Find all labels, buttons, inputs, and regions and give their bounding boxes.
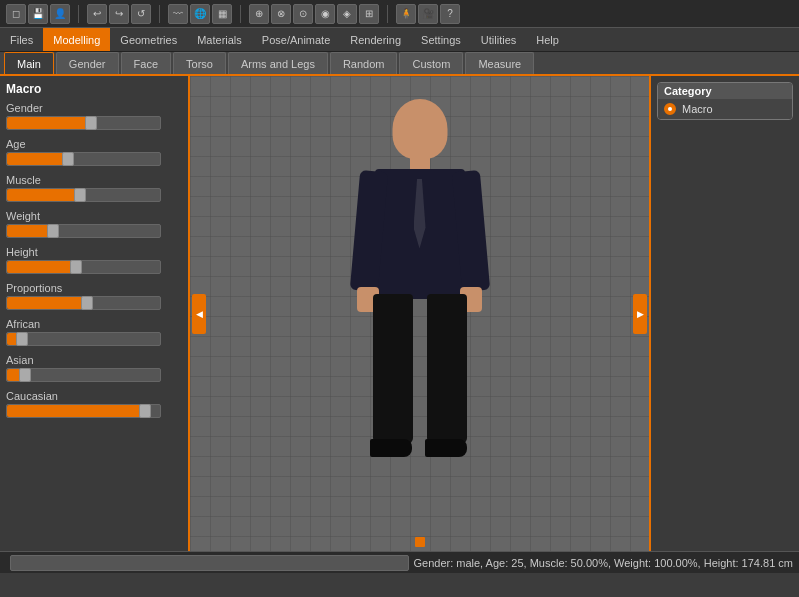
slider-group-gender: Gender <box>6 102 182 130</box>
slider-fill-height <box>7 261 76 273</box>
tab-random[interactable]: Random <box>330 52 398 74</box>
menu-utilities[interactable]: Utilities <box>471 28 526 51</box>
menu-help[interactable]: Help <box>526 28 569 51</box>
viewport-grid <box>190 76 649 551</box>
slider-group-height: Height <box>6 246 182 274</box>
slider-label-height: Height <box>6 246 182 258</box>
slider-thumb-caucasian[interactable] <box>139 404 151 418</box>
menu-rendering[interactable]: Rendering <box>340 28 411 51</box>
slider-group-asian: Asian <box>6 354 182 382</box>
slider-fill-gender <box>7 117 91 129</box>
separator-3 <box>240 5 241 23</box>
tb-icon-tool4[interactable]: ◉ <box>315 4 335 24</box>
tb-icon-tool2[interactable]: ⊗ <box>271 4 291 24</box>
slider-label-proportions: Proportions <box>6 282 182 294</box>
vp-nav-right: ▶ <box>633 294 647 334</box>
slider-track-height[interactable] <box>6 260 161 274</box>
menu-files[interactable]: Files <box>0 28 43 51</box>
tb-icon-curve[interactable]: 〰 <box>168 4 188 24</box>
char-right-leg <box>427 294 467 444</box>
tab-bar: Main Gender Face Torso Arms and Legs Ran… <box>0 52 799 76</box>
progress-bar <box>10 555 409 571</box>
slider-label-asian: Asian <box>6 354 182 366</box>
tb-icon-save[interactable]: 💾 <box>28 4 48 24</box>
char-head <box>392 99 447 159</box>
slider-fill-proportions <box>7 297 87 309</box>
right-panel: Category Macro <box>649 76 799 551</box>
slider-track-muscle[interactable] <box>6 188 161 202</box>
tb-icon-redo[interactable]: ↪ <box>109 4 129 24</box>
slider-label-gender: Gender <box>6 102 182 114</box>
slider-label-weight: Weight <box>6 210 182 222</box>
tab-gender[interactable]: Gender <box>56 52 119 74</box>
slider-group-age: Age <box>6 138 182 166</box>
menu-settings[interactable]: Settings <box>411 28 471 51</box>
slider-group-weight: Weight <box>6 210 182 238</box>
tb-icon-help[interactable]: ? <box>440 4 460 24</box>
category-macro-label: Macro <box>682 103 713 115</box>
slider-thumb-height[interactable] <box>70 260 82 274</box>
left-panel: Macro GenderAgeMuscleWeightHeightProport… <box>0 76 190 551</box>
vp-nav-left-btn[interactable]: ◀ <box>192 294 206 334</box>
slider-label-caucasian: Caucasian <box>6 390 182 402</box>
category-title: Category <box>658 83 792 99</box>
tab-measure[interactable]: Measure <box>465 52 534 74</box>
slider-track-proportions[interactable] <box>6 296 161 310</box>
title-bar: ◻ 💾 👤 ↩ ↪ ↺ 〰 🌐 ▦ ⊕ ⊗ ⊙ ◉ ◈ ⊞ 🧍 🎥 ? <box>0 0 799 28</box>
tb-icon-window[interactable]: ◻ <box>6 4 26 24</box>
slider-fill-age <box>7 153 68 165</box>
tb-icon-tool6[interactable]: ⊞ <box>359 4 379 24</box>
char-left-leg <box>373 294 413 444</box>
vp-nav-left: ◀ <box>192 294 206 334</box>
viewport[interactable]: ◀ ▶ <box>190 76 649 551</box>
tab-main[interactable]: Main <box>4 52 54 74</box>
tab-face[interactable]: Face <box>121 52 171 74</box>
slider-thumb-gender[interactable] <box>85 116 97 130</box>
slider-group-muscle: Muscle <box>6 174 182 202</box>
char-right-shoe <box>425 439 467 457</box>
char-left-shoe <box>370 439 412 457</box>
tb-icon-tool5[interactable]: ◈ <box>337 4 357 24</box>
slider-track-asian[interactable] <box>6 368 161 382</box>
tb-icon-globe[interactable]: 🌐 <box>190 4 210 24</box>
slider-thumb-age[interactable] <box>62 152 74 166</box>
separator-4 <box>387 5 388 23</box>
tb-icon-tool1[interactable]: ⊕ <box>249 4 269 24</box>
slider-thumb-muscle[interactable] <box>74 188 86 202</box>
tb-icon-user[interactable]: 👤 <box>50 4 70 24</box>
toolbar-group-1: ◻ 💾 👤 <box>6 4 70 24</box>
tab-torso[interactable]: Torso <box>173 52 226 74</box>
slider-thumb-african[interactable] <box>16 332 28 346</box>
menu-geometries[interactable]: Geometries <box>110 28 187 51</box>
slider-track-gender[interactable] <box>6 116 161 130</box>
slider-thumb-weight[interactable] <box>47 224 59 238</box>
separator-1 <box>78 5 79 23</box>
menu-materials[interactable]: Materials <box>187 28 252 51</box>
vp-nav-right-btn[interactable]: ▶ <box>633 294 647 334</box>
tb-icon-grid[interactable]: ▦ <box>212 4 232 24</box>
tb-icon-cam[interactable]: 🎥 <box>418 4 438 24</box>
slider-thumb-asian[interactable] <box>19 368 31 382</box>
menu-pose-animate[interactable]: Pose/Animate <box>252 28 340 51</box>
sliders-container: GenderAgeMuscleWeightHeightProportionsAf… <box>6 102 182 418</box>
tb-icon-undo[interactable]: ↩ <box>87 4 107 24</box>
tab-custom[interactable]: Custom <box>399 52 463 74</box>
radio-macro[interactable] <box>664 103 676 115</box>
tb-icon-refresh[interactable]: ↺ <box>131 4 151 24</box>
toolbar-group-4: ⊕ ⊗ ⊙ ◉ ◈ ⊞ <box>249 4 379 24</box>
slider-track-african[interactable] <box>6 332 161 346</box>
slider-track-weight[interactable] <box>6 224 161 238</box>
tab-arms-legs[interactable]: Arms and Legs <box>228 52 328 74</box>
slider-track-age[interactable] <box>6 152 161 166</box>
tb-icon-tool3[interactable]: ⊙ <box>293 4 313 24</box>
slider-thumb-proportions[interactable] <box>81 296 93 310</box>
menu-modelling[interactable]: Modelling <box>43 28 110 51</box>
slider-label-african: African <box>6 318 182 330</box>
tb-icon-figure[interactable]: 🧍 <box>396 4 416 24</box>
category-macro[interactable]: Macro <box>658 99 792 119</box>
slider-track-caucasian[interactable] <box>6 404 161 418</box>
character-figure <box>290 99 550 529</box>
slider-label-muscle: Muscle <box>6 174 182 186</box>
status-bar: Gender: male, Age: 25, Muscle: 50.00%, W… <box>0 551 799 573</box>
slider-group-proportions: Proportions <box>6 282 182 310</box>
